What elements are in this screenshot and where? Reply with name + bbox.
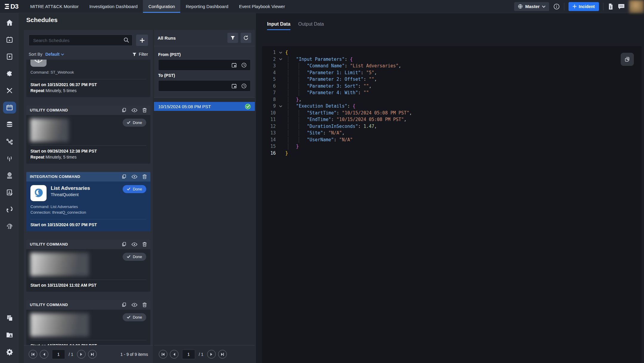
sidebar-item-user-folder[interactable] — [3, 329, 16, 341]
sidebar-item-event-calendar[interactable] — [3, 34, 16, 46]
sidebar-item-playbook[interactable] — [3, 51, 16, 63]
run-row[interactable]: 10/15/2024 05:08 PM PST — [154, 102, 255, 111]
sidebar-item-sync[interactable] — [3, 204, 16, 215]
duplicate-icon[interactable] — [121, 242, 127, 247]
token: , — [342, 130, 345, 136]
runs-filter-button[interactable] — [227, 33, 238, 43]
code-line: 5"Parameter 2: Offset": "", — [262, 76, 642, 83]
sidebar-item-settings-gear[interactable] — [3, 346, 16, 358]
view-eye-icon[interactable] — [132, 174, 137, 179]
schedule-card[interactable]: UTILITY COMMANDDoneStart on 09/26/2024 1… — [26, 106, 150, 164]
token: { — [350, 57, 353, 62]
redacted-content — [30, 119, 69, 142]
next-page-button[interactable] — [77, 350, 86, 359]
nav-item-mitre-att-ck-monitor[interactable]: MITRE ATT&CK Monitor — [25, 0, 84, 13]
site-selector[interactable]: Master — [514, 2, 549, 11]
token: : — [331, 117, 337, 122]
card-actions — [121, 108, 147, 113]
user-avatar[interactable] — [629, 0, 644, 13]
prev-page-button[interactable] — [170, 350, 178, 359]
view-eye-icon[interactable] — [132, 242, 137, 247]
prev-page-button[interactable] — [40, 350, 48, 359]
nav-item-event-playbook-viewer[interactable]: Event Playbook Viewer — [234, 0, 290, 13]
from-datetime-input[interactable] — [158, 59, 251, 71]
schedule-card[interactable]: UTILITY COMMANDDoneStart on 10/27/2021 0… — [26, 300, 150, 345]
copy-code-button[interactable] — [621, 53, 634, 66]
schedule-card[interactable]: –DoneCommand: ST_WebhookStart on 10/15/2… — [26, 60, 150, 97]
nav-item-investigation-dashboard[interactable]: Investigation Dashboard — [84, 0, 143, 13]
first-page-button[interactable] — [159, 350, 167, 359]
connection-line: Connection: threatQ_connection — [30, 210, 146, 215]
tab-output-data[interactable]: Output Data — [298, 21, 324, 30]
fold-chevron-icon[interactable] — [276, 49, 285, 56]
token: : — [345, 63, 350, 69]
duplicate-icon[interactable] — [121, 174, 127, 179]
divider — [30, 280, 146, 280]
nav-item-reporting-dashboard[interactable]: Reporting Dashboard — [180, 0, 234, 13]
to-datetime-input[interactable] — [158, 80, 251, 91]
schedule-card[interactable]: INTEGRATION COMMANDList AdversariesThrea… — [26, 172, 150, 231]
calendar-icon[interactable] — [231, 62, 237, 68]
sidebar-item-home[interactable] — [3, 17, 16, 29]
token: "N/A" — [328, 130, 342, 136]
filter-button[interactable]: Filter — [132, 52, 148, 57]
d3-logo-text: D3 — [10, 3, 18, 10]
token: "" — [369, 77, 374, 82]
page-number-input[interactable]: 1 — [52, 350, 65, 359]
card-main-row: List AdversariesThreatQuotientDone — [30, 185, 146, 201]
nav-item-configuration[interactable]: Configuration — [143, 0, 180, 13]
sidebar-item-utility-tools[interactable] — [3, 85, 16, 97]
calendar-icon[interactable] — [231, 83, 237, 89]
search-icon[interactable] — [123, 37, 130, 43]
runs-refresh-button[interactable] — [241, 33, 251, 43]
runs-list: 10/15/2024 05:08 PM PST — [154, 97, 255, 345]
delete-trash-icon[interactable] — [142, 302, 147, 307]
info-icon[interactable] — [553, 3, 560, 10]
sidebar-item-windows-copy[interactable] — [3, 312, 16, 324]
page-total-label: / 1 — [199, 352, 204, 357]
clock-icon[interactable] — [241, 83, 247, 89]
sidebar-item-database[interactable] — [3, 119, 16, 131]
view-eye-icon[interactable] — [132, 302, 137, 307]
view-eye-icon[interactable] — [132, 108, 137, 113]
report-editor-icon — [6, 189, 13, 196]
search-input[interactable] — [29, 35, 133, 46]
sidebar-item-link-analysis[interactable] — [3, 136, 16, 148]
token: : — [358, 90, 363, 95]
delete-trash-icon[interactable] — [142, 108, 147, 113]
indent-guide — [299, 117, 299, 123]
runs-panel: All Runs From (PST) To (PST) 10/15/2024 … — [154, 30, 255, 363]
web-feed-icon — [6, 172, 13, 179]
sidebar-item-fingerprint[interactable] — [3, 221, 16, 232]
release-notes-icon[interactable] — [608, 3, 614, 10]
tab-input-data[interactable]: Input Data — [267, 21, 290, 30]
start-time-label: Start on 10/11/2024 11:02 AM PST — [30, 283, 146, 288]
sidebar-item-broadcast[interactable] — [3, 153, 16, 165]
sidebar-item-schedules-calendar[interactable] — [3, 102, 16, 114]
duplicate-icon[interactable] — [121, 108, 127, 113]
page-number-input[interactable]: 1 — [182, 350, 195, 359]
schedule-card[interactable]: UTILITY COMMANDDoneStart on 10/11/2024 1… — [26, 240, 150, 292]
delete-trash-icon[interactable] — [142, 242, 147, 247]
sidebar-item-report-editor[interactable] — [3, 187, 16, 198]
first-page-button[interactable] — [29, 350, 37, 359]
chat-icon[interactable] — [618, 3, 625, 10]
token: "StartTime" — [307, 110, 336, 116]
sidebar-item-web-feed[interactable] — [3, 170, 16, 182]
add-schedule-button[interactable] — [136, 35, 148, 46]
delete-trash-icon[interactable] — [142, 174, 147, 179]
fold-chevron-icon[interactable] — [276, 103, 285, 110]
clock-icon[interactable] — [241, 62, 247, 68]
last-page-button[interactable] — [88, 350, 97, 359]
last-page-button[interactable] — [218, 350, 227, 359]
d3-logo[interactable]: D3 — [0, 0, 25, 13]
code-text: }, — [285, 96, 301, 103]
sort-dropdown[interactable]: Default — [45, 52, 64, 57]
indent-guide — [288, 83, 288, 89]
duplicate-icon[interactable] — [121, 302, 127, 307]
token: , — [374, 124, 377, 129]
new-incident-button[interactable]: Incident — [568, 2, 599, 11]
next-page-button[interactable] — [207, 350, 216, 359]
fold-chevron-icon[interactable] — [276, 56, 285, 63]
sidebar-item-integrations-puzzle[interactable] — [3, 68, 16, 80]
